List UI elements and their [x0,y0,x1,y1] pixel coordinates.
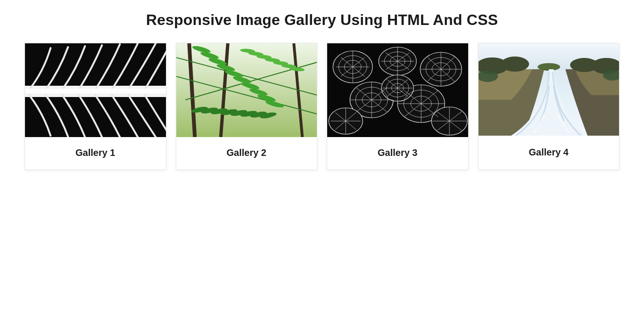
gallery-caption-1: Gallery 1 [75,147,116,158]
gallery-caption-wrap: Gallery 3 [327,137,468,170]
svg-rect-2 [25,89,166,93]
gallery-image-2 [176,43,317,137]
gallery-card-1[interactable]: Gallery 1 [25,43,166,170]
gallery-card-4[interactable]: Gallery 4 [478,43,620,170]
gallery-caption-wrap: Gallery 1 [25,137,166,170]
gallery-image-4 [479,43,619,136]
gallery-caption-wrap: Gallery 4 [479,136,619,170]
gallery-card-2[interactable]: Gallery 2 [176,43,318,170]
gallery-caption-4: Gallery 4 [528,147,569,158]
page-title: Responsive Image Gallery Using HTML And … [0,11,644,29]
gallery-caption-wrap: Gallery 2 [176,137,317,170]
svg-point-59 [501,57,529,72]
gallery-image-1 [25,43,166,137]
gallery-row: Gallery 1 [0,43,644,170]
gallery-card-3[interactable]: Gallery 3 [327,43,469,170]
gallery-caption-3: Gallery 3 [378,147,418,158]
gallery-caption-2: Gallery 2 [226,147,266,158]
gallery-image-3 [327,43,468,137]
